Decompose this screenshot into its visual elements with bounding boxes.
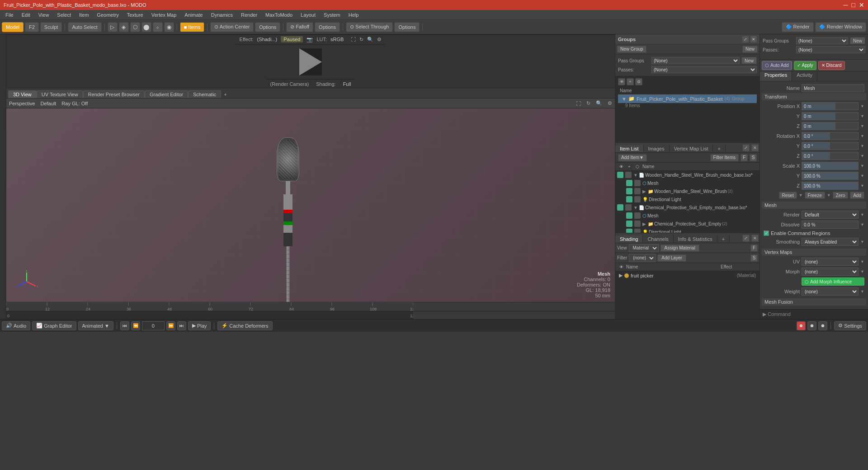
pass-groups-top-select[interactable]: (None) [796, 37, 848, 44]
timeline-range[interactable]: 0 120 [6, 311, 615, 319]
group-item-main[interactable]: ▼ 📁 Fruit_Picker_Pole_with_Plastic_Baske… [618, 94, 757, 103]
auto-select-btn[interactable]: Auto Select [68, 22, 101, 32]
render-btn[interactable]: 🔷 Render [782, 22, 814, 32]
vp-sub-icon-4[interactable]: ⚙ [608, 100, 612, 106]
render-window-btn[interactable]: 🔷 Render Window [815, 22, 866, 32]
add-item-btn[interactable]: Add Item ▼ [618, 154, 647, 161]
shading-item-fruit-picker[interactable]: ▶ fruit picker (Material) [615, 271, 760, 280]
menu-render[interactable]: Render [237, 11, 261, 19]
expand-1[interactable]: ▼ [633, 173, 638, 178]
item-vis-1[interactable] [617, 172, 623, 178]
maximize-btn[interactable]: □ [852, 1, 855, 9]
item-lock-group1[interactable] [634, 188, 641, 194]
command-input[interactable] [793, 312, 865, 317]
settings-btn[interactable]: ⚙ Settings [834, 321, 866, 330]
item-lock-group2[interactable] [634, 221, 641, 227]
menu-system[interactable]: System [320, 11, 344, 19]
rot-y-value[interactable]: 0.0 ° [802, 142, 859, 150]
passes-select[interactable]: (None) [651, 66, 757, 73]
mesh-render-select[interactable]: Default [802, 211, 859, 219]
enable-command-checkbox[interactable]: ✓ [764, 230, 769, 236]
mesh-dissolve-value[interactable]: 0.0 % [802, 221, 859, 229]
shading-s-btn[interactable]: S [750, 254, 758, 262]
tab-schematic[interactable]: Schematic [188, 90, 221, 98]
vp-icon-3[interactable]: 🔍 [367, 37, 373, 42]
graph-editor-btn[interactable]: 📈 Graph Editor [32, 321, 76, 330]
tool-icon-5[interactable]: ⬦ [153, 22, 163, 32]
expand-group2[interactable]: ▶ [642, 221, 647, 226]
tab-activity[interactable]: Activity [792, 71, 817, 81]
tab-images[interactable]: Images [644, 145, 670, 152]
group-add-icon[interactable]: + [627, 78, 634, 85]
item-list-expand-icon[interactable]: ⤢ [742, 144, 750, 151]
menu-item[interactable]: Item [75, 11, 92, 19]
time-input[interactable] [142, 321, 165, 330]
item-row-mesh1[interactable]: ⬡ Mesh [615, 179, 760, 187]
action-center-btn[interactable]: ⊙ Action Center [210, 22, 254, 32]
tab-gradient-editor[interactable]: Gradient Editor [145, 90, 188, 98]
menu-layout[interactable]: Layout [297, 11, 319, 19]
tab-shading[interactable]: Shading [615, 235, 643, 243]
morph-select[interactable]: (none) [802, 268, 859, 276]
passes-top-select[interactable]: (None) [796, 46, 865, 53]
uv-select[interactable]: (none) [802, 258, 859, 266]
vp-sub-icon-3[interactable]: 🔍 [596, 100, 602, 106]
shading-close-icon[interactable]: ✕ [751, 235, 759, 242]
falloff-btn[interactable]: ⊘ Falloff [286, 22, 313, 32]
item-vis-2[interactable] [617, 204, 623, 211]
assign-material-btn[interactable]: Assign Material [660, 244, 699, 252]
menu-maxtomodo[interactable]: MaxToModo [262, 11, 296, 19]
item-list-s-btn[interactable]: S [750, 154, 757, 161]
mesh-fusion-title[interactable]: Mesh Fusion [762, 298, 866, 306]
tab-add-btn[interactable]: + [221, 91, 229, 98]
item-row-group1[interactable]: ▶ 📁 Wooden_Handle_Steel_Wire_Brush (2) [615, 187, 760, 195]
rot-z-value[interactable]: 0.0 ° [802, 152, 859, 160]
minimize-btn[interactable]: ─ [844, 1, 848, 9]
item-lock-light1[interactable] [634, 196, 641, 202]
tab-uv-texture[interactable]: UV Texture View [37, 90, 83, 98]
add-btn[interactable]: Add [850, 192, 864, 199]
expand-group1[interactable]: ▶ [642, 189, 647, 194]
tool-icon-4[interactable]: ⬤ [142, 22, 151, 32]
shading-f-btn[interactable]: F [750, 244, 758, 252]
options1-btn[interactable]: Options [255, 22, 280, 32]
item-vis-group1[interactable] [626, 188, 632, 194]
close-btn[interactable]: ✕ [859, 1, 864, 9]
perspective-selector[interactable]: Perspective [9, 101, 35, 106]
name-prop-value[interactable]: Mesh [802, 84, 864, 92]
menu-geometry[interactable]: Geometry [93, 11, 122, 19]
menu-animate[interactable]: Animate [181, 11, 206, 19]
mesh-smoothing-select[interactable]: Always Enabled [802, 238, 859, 246]
tool-icon-2[interactable]: ◈ [119, 22, 129, 32]
item-list-f-btn[interactable]: F [741, 154, 748, 161]
item-vis-mesh1[interactable] [626, 180, 632, 186]
item-row-light2[interactable]: 💡 Directional Light [615, 228, 760, 233]
ray-gl-toggle[interactable]: Ray GL: Off [61, 101, 88, 106]
item-row-scene1[interactable]: ▼ 📄 Wooden_Handle_Steel_Wire_Brush_modo_… [615, 171, 760, 179]
mode-sculpt-btn[interactable]: Sculpt [40, 22, 62, 32]
items-btn[interactable]: ■ Items [180, 22, 205, 32]
item-lock-mesh2[interactable] [634, 212, 641, 219]
tab-3d-view[interactable]: 3D View [8, 90, 37, 98]
tool-icon-1[interactable]: ▷ [108, 22, 118, 32]
tab-info-statistics[interactable]: Info & Statistics [674, 235, 717, 243]
filter-items-btn[interactable]: Filter Items [710, 154, 739, 161]
options2-btn[interactable]: Options [315, 22, 340, 32]
menu-view[interactable]: View [35, 11, 53, 19]
discard-btn[interactable]: ✕ Discard [818, 61, 845, 70]
play-btn[interactable]: ▶ Play [188, 321, 211, 330]
menu-select[interactable]: Select [53, 11, 75, 19]
menu-vertex-map[interactable]: Vertex Map [148, 11, 180, 19]
menu-edit[interactable]: Edit [18, 11, 34, 19]
vertex-maps-title[interactable]: Vertex Maps [762, 249, 866, 256]
cache-deformers-btn[interactable]: ⚡ Cache Deformers [217, 321, 272, 330]
shading-expand-icon[interactable]: ⤢ [742, 235, 750, 242]
pass-groups-top-new-btn[interactable]: New [850, 37, 865, 44]
expand-2[interactable]: ▼ [633, 205, 638, 210]
item-row-light1[interactable]: 💡 Directional Light [615, 195, 760, 203]
mode-model-btn[interactable]: Model [2, 22, 24, 32]
apply-btn[interactable]: ✓ Apply [794, 61, 816, 70]
item-vis-light2[interactable] [626, 229, 632, 233]
item-vis-group2[interactable] [626, 221, 632, 227]
audio-btn[interactable]: 🔊 Audio [2, 321, 30, 330]
